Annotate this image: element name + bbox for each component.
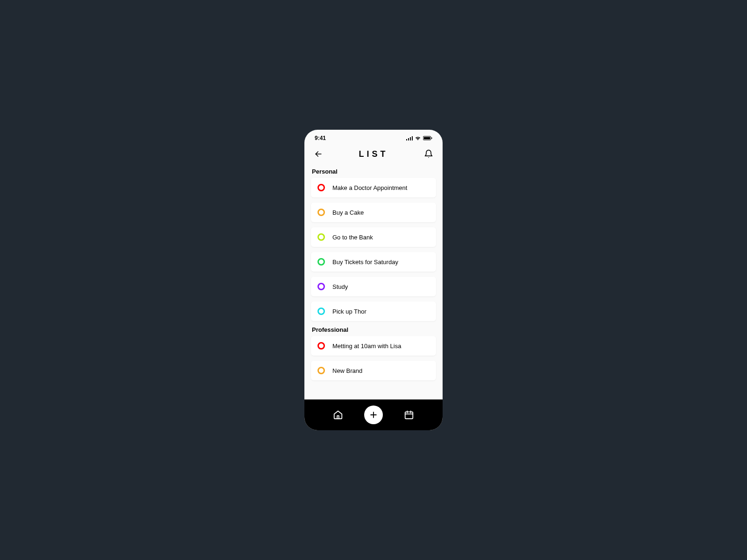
priority-ring-icon (317, 342, 325, 350)
content: Personal Make a Doctor Appointment Buy a… (304, 163, 443, 399)
priority-ring-icon (317, 367, 325, 374)
priority-ring-icon (317, 258, 325, 266)
priority-ring-icon (317, 233, 325, 241)
page-title: LIST (359, 149, 388, 159)
arrow-left-icon (314, 149, 323, 159)
phone-frame: 9:41 (304, 130, 443, 430)
task-card[interactable]: Pick up Thor (311, 301, 436, 321)
svg-rect-1 (408, 138, 409, 140)
task-label: Metting at 10am with Lisa (332, 343, 401, 350)
task-label: New Brand (332, 367, 362, 374)
calendar-icon (404, 410, 414, 420)
bottom-nav (304, 399, 443, 430)
task-card[interactable]: Buy a Cake (311, 203, 436, 222)
task-label: Go to the Bank (332, 234, 373, 241)
add-task-button[interactable] (364, 406, 383, 424)
section-title-personal: Personal (312, 168, 435, 175)
wifi-icon (415, 136, 421, 140)
home-icon (333, 410, 343, 420)
svg-rect-2 (410, 137, 411, 140)
battery-icon (423, 136, 432, 140)
status-time: 9:41 (315, 135, 326, 141)
task-label: Buy Tickets for Saturday (332, 259, 398, 266)
task-card[interactable]: Metting at 10am with Lisa (311, 336, 436, 356)
bell-icon (424, 149, 433, 159)
task-card[interactable]: Buy Tickets for Saturday (311, 252, 436, 272)
task-label: Buy a Cake (332, 209, 364, 216)
svg-rect-0 (406, 139, 407, 140)
plus-icon (369, 410, 378, 420)
svg-rect-5 (424, 137, 430, 140)
task-card[interactable]: Study (311, 277, 436, 296)
svg-rect-6 (431, 138, 432, 139)
priority-ring-icon (317, 308, 325, 315)
svg-rect-3 (412, 136, 413, 140)
section-title-professional: Professional (312, 326, 435, 333)
back-button[interactable] (313, 148, 324, 160)
priority-ring-icon (317, 209, 325, 216)
task-card[interactable]: Go to the Bank (311, 227, 436, 247)
nav-home-button[interactable] (332, 409, 344, 420)
notifications-button[interactable] (423, 148, 434, 160)
status-bar: 9:41 (304, 132, 443, 145)
task-label: Pick up Thor (332, 308, 366, 315)
task-label: Make a Doctor Appointment (332, 184, 407, 191)
svg-rect-10 (405, 412, 413, 419)
task-card[interactable]: Make a Doctor Appointment (311, 178, 436, 197)
signal-icon (406, 136, 413, 140)
priority-ring-icon (317, 184, 325, 191)
priority-ring-icon (317, 283, 325, 290)
task-label: Study (332, 283, 348, 290)
status-indicators (406, 136, 432, 140)
task-card[interactable]: New Brand (311, 361, 436, 380)
nav-calendar-button[interactable] (403, 409, 415, 420)
header: LIST (304, 145, 443, 163)
